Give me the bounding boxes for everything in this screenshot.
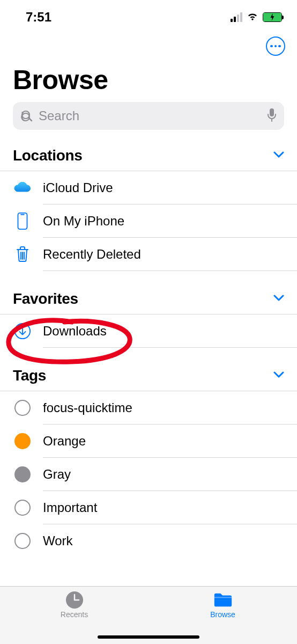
- favorites-section-header[interactable]: Favorites: [0, 286, 297, 314]
- tag-item[interactable]: Orange: [0, 425, 297, 458]
- list-item-label: Downloads: [43, 314, 297, 348]
- favorite-downloads[interactable]: Downloads: [0, 314, 297, 348]
- tab-label: Browse: [210, 610, 235, 619]
- search-input[interactable]: [39, 108, 262, 123]
- tag-item[interactable]: Important: [0, 491, 297, 524]
- tag-color-icon: [13, 398, 32, 418]
- svg-rect-4: [18, 213, 27, 229]
- battery-icon: [263, 12, 282, 22]
- wifi-icon: [247, 11, 258, 23]
- status-icons: [231, 11, 282, 23]
- home-indicator[interactable]: [98, 635, 199, 639]
- svg-rect-11: [214, 597, 231, 598]
- favorites-list: Downloads: [0, 314, 297, 348]
- tag-color-icon: [13, 465, 32, 484]
- list-item-label: Orange: [43, 425, 297, 458]
- microphone-icon[interactable]: [267, 108, 277, 124]
- tag-color-icon: [13, 531, 32, 551]
- tag-color-icon: [13, 498, 32, 517]
- svg-rect-2: [270, 108, 274, 116]
- chevron-down-icon: [273, 151, 284, 160]
- status-time: 7:51: [26, 10, 51, 25]
- list-item-label: iCloud Drive: [43, 171, 297, 204]
- list-item-label: Work: [43, 524, 297, 558]
- list-item-label: On My iPhone: [43, 204, 297, 238]
- locations-list: iCloud Drive On My iPhone Recently Delet…: [0, 171, 297, 271]
- tag-item[interactable]: focus-quicktime: [0, 391, 297, 425]
- tab-bar: Recents Browse: [0, 586, 297, 644]
- tags-title: Tags: [13, 367, 46, 384]
- tag-item[interactable]: Work: [0, 524, 297, 558]
- chevron-down-icon: [273, 371, 284, 380]
- locations-title: Locations: [13, 147, 83, 164]
- search-bar[interactable]: [13, 102, 284, 130]
- page-title: Browse: [0, 56, 297, 102]
- cloud-icon: [13, 178, 32, 197]
- phone-icon: [13, 211, 32, 231]
- favorites-title: Favorites: [13, 290, 78, 308]
- location-on-my-iphone[interactable]: On My iPhone: [0, 204, 297, 238]
- tags-list: focus-quicktime Orange Gray Important Wo…: [0, 391, 297, 558]
- list-item-label: Important: [43, 491, 297, 524]
- status-bar: 7:51: [0, 0, 297, 30]
- search-icon: [20, 109, 33, 122]
- folder-icon: [213, 591, 233, 609]
- list-item-label: Recently Deleted: [43, 238, 297, 271]
- tab-label: Recents: [61, 610, 88, 619]
- list-item-label: Gray: [43, 458, 297, 491]
- list-item-label: focus-quicktime: [43, 391, 297, 425]
- tag-item[interactable]: Gray: [0, 458, 297, 491]
- chevron-down-icon: [273, 294, 284, 304]
- tag-color-icon: [13, 431, 32, 451]
- location-recently-deleted[interactable]: Recently Deleted: [0, 238, 297, 271]
- more-options-button[interactable]: [266, 36, 285, 56]
- tags-section-header[interactable]: Tags: [0, 363, 297, 391]
- locations-section-header[interactable]: Locations: [0, 143, 297, 171]
- cellular-signal-icon: [231, 12, 242, 22]
- trash-icon: [13, 245, 32, 264]
- clock-icon: [64, 591, 85, 609]
- location-icloud-drive[interactable]: iCloud Drive: [0, 171, 297, 204]
- download-icon: [13, 321, 32, 341]
